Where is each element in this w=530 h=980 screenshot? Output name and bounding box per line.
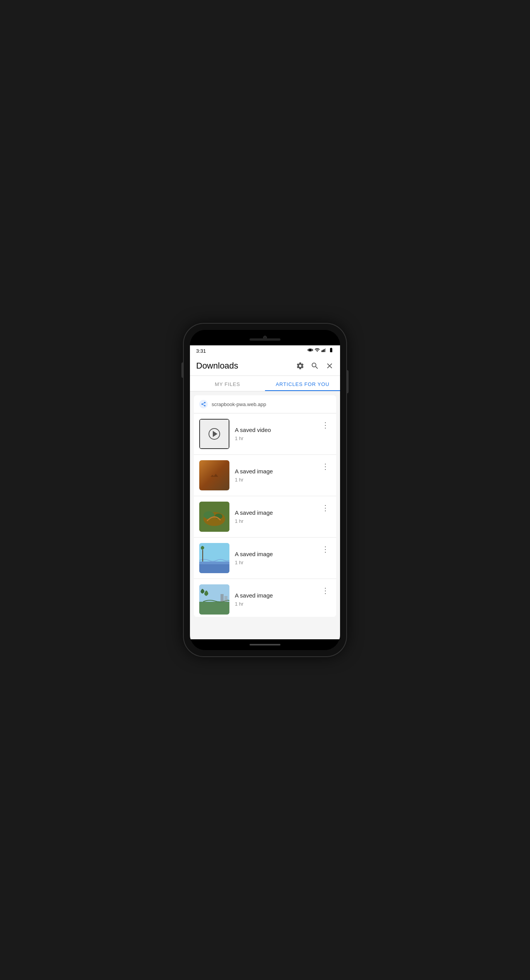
video-thumb: [199, 419, 229, 449]
bottom-bar: [190, 639, 340, 650]
toolbar-icons: [296, 362, 334, 370]
item-meta: 1 hr: [235, 435, 315, 441]
svg-rect-0: [321, 350, 322, 352]
item-info: A saved image 1 hr: [235, 551, 315, 565]
item-meta: 1 hr: [235, 601, 315, 607]
item-title: A saved image: [235, 551, 315, 557]
item-info: A saved image 1 hr: [235, 509, 315, 524]
source-share-icon: [199, 400, 208, 408]
item-menu-button[interactable]: ⋮: [320, 502, 331, 514]
svg-rect-11: [202, 550, 203, 562]
svg-rect-10: [199, 564, 229, 573]
search-button[interactable]: [311, 362, 319, 370]
signal-icon: [321, 347, 327, 354]
phone-device: 3:31: [184, 324, 346, 656]
item-title: A saved image: [235, 509, 315, 516]
status-time: 3:31: [196, 348, 206, 354]
item-menu-button[interactable]: ⋮: [320, 419, 331, 431]
tab-articles[interactable]: ARTICLES FOR YOU: [265, 376, 340, 391]
camera-area: [190, 330, 340, 345]
image-thumb-food: [199, 502, 229, 532]
list-item[interactable]: A saved image 1 hr ⋮: [194, 579, 336, 617]
item-title: A saved image: [235, 468, 315, 475]
item-meta: 1 hr: [235, 560, 315, 565]
source-card: scrapbook-pwa.web.app A saved: [194, 395, 336, 617]
item-info: A saved video 1 hr: [235, 427, 315, 441]
speaker-bar: [250, 338, 280, 341]
app-content: Downloads MY FILES: [190, 356, 340, 639]
item-meta: 1 hr: [235, 477, 315, 483]
svg-rect-15: [224, 596, 227, 602]
svg-rect-3: [325, 348, 326, 352]
svg-point-6: [203, 511, 214, 519]
item-menu-button[interactable]: ⋮: [320, 584, 331, 597]
item-menu-button[interactable]: ⋮: [320, 543, 331, 555]
wifi-icon: [315, 347, 320, 354]
tabs-bar: MY FILES ARTICLES FOR YOU: [190, 376, 340, 391]
item-thumbnail-image3: [199, 543, 229, 573]
phone-screen: 3:31: [190, 330, 340, 650]
item-thumbnail-video: [199, 419, 229, 449]
item-thumbnail-image4: [199, 584, 229, 615]
svg-rect-2: [324, 349, 325, 352]
list-item[interactable]: A saved image 1 hr ⋮: [194, 538, 336, 579]
close-button[interactable]: [325, 362, 334, 370]
item-title: A saved image: [235, 592, 315, 599]
item-meta: 1 hr: [235, 518, 315, 524]
svg-rect-1: [323, 350, 323, 352]
status-icons: [308, 347, 334, 354]
toolbar: Downloads: [190, 356, 340, 376]
source-header: scrapbook-pwa.web.app: [194, 395, 336, 413]
item-info: A saved image 1 hr: [235, 468, 315, 483]
image-thumb-nature: [199, 543, 229, 573]
page-title: Downloads: [196, 361, 296, 371]
vibrate-icon: [308, 347, 313, 354]
list-item[interactable]: A saved video 1 hr ⋮: [194, 413, 336, 455]
svg-rect-14: [221, 594, 224, 602]
item-title: A saved video: [235, 427, 315, 433]
image-thumb-orange: [199, 460, 229, 490]
source-name: scrapbook-pwa.web.app: [212, 401, 266, 407]
status-bar: 3:31: [190, 345, 340, 356]
content-list: scrapbook-pwa.web.app A saved: [190, 391, 340, 639]
list-item[interactable]: A saved image 1 hr ⋮: [194, 455, 336, 496]
image-thumb-city: [199, 584, 229, 615]
battery-icon: [328, 347, 334, 354]
bottom-pill: [250, 644, 280, 645]
settings-button[interactable]: [296, 362, 304, 370]
tab-my-files[interactable]: MY FILES: [190, 376, 265, 391]
item-thumbnail-image2: [199, 502, 229, 532]
svg-rect-13: [199, 602, 229, 615]
item-menu-button[interactable]: ⋮: [320, 460, 331, 473]
list-item[interactable]: A saved image 1 hr ⋮: [194, 496, 336, 538]
item-info: A saved image 1 hr: [235, 592, 315, 607]
play-button-icon: [209, 428, 220, 440]
item-thumbnail-image1: [199, 460, 229, 490]
